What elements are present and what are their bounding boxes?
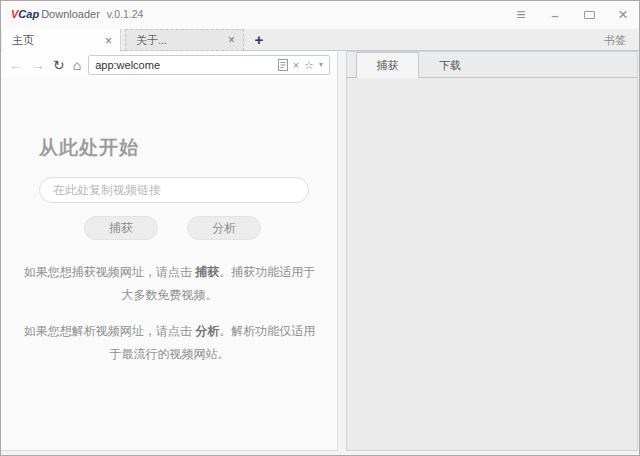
page-snapshot-icon[interactable] (278, 59, 288, 71)
video-link-input[interactable] (39, 177, 309, 203)
url-field[interactable]: × ☆ ▾ (88, 55, 330, 75)
tab-home-label: 主页 (12, 33, 105, 48)
tab-about-close-icon[interactable]: × (228, 33, 235, 47)
tab-downloads[interactable]: 下载 (420, 53, 480, 78)
bookmarks-button[interactable]: 书签 (604, 29, 626, 51)
menu-icon[interactable]: ≡ (510, 1, 532, 29)
browser-tab-strip: 主页 × 关于... × + 书签 (1, 29, 639, 51)
tab-about-label: 关于... (136, 33, 228, 48)
bookmark-star-icon[interactable]: ☆ (304, 60, 314, 71)
analyze-button[interactable]: 分析 (187, 216, 261, 240)
page-title: 从此处开始 (39, 135, 139, 161)
url-dropdown-icon[interactable]: ▾ (319, 61, 323, 69)
tab-about[interactable]: 关于... × (125, 29, 244, 51)
maximize-icon[interactable] (578, 1, 600, 29)
capture-button[interactable]: 捕获 (84, 216, 158, 240)
welcome-page: 从此处开始 捕获 分析 如果您想捕获视频网址，请点击 捕获。捕获功能适用于大多数… (1, 79, 338, 451)
back-icon[interactable]: ← (9, 58, 23, 72)
window-controls: ≡ – × (498, 1, 634, 29)
new-tab-button[interactable]: + (251, 29, 267, 51)
tab-home-close-icon[interactable]: × (105, 34, 112, 48)
help-paragraph-capture: 如果您想捕获视频网址，请点击 捕获。捕获功能适用于大多数免费视频。 (18, 261, 321, 307)
refresh-icon[interactable]: ↻ (53, 58, 65, 72)
url-input[interactable] (95, 59, 272, 71)
app-window: VCapDownloaderv.0.1.24 ≡ – × 主页 × 关于... … (0, 0, 640, 456)
forward-icon[interactable]: → (31, 58, 45, 72)
app-logo: VCapDownloaderv.0.1.24 (11, 8, 143, 21)
side-panel-tabbar: 捕获 下载 (347, 52, 637, 78)
address-bar: ← → ↻ ⌂ × ☆ ▾ (1, 51, 338, 79)
tab-capture[interactable]: 捕获 (356, 52, 419, 78)
help-text: 如果您想捕获视频网址，请点击 捕获。捕获功能适用于大多数免费视频。 如果您想解析… (18, 261, 321, 379)
home-icon[interactable]: ⌂ (73, 58, 81, 72)
stop-icon[interactable]: × (293, 60, 299, 71)
app-name: Downloader (41, 8, 100, 20)
app-version: v.0.1.24 (107, 8, 144, 20)
title-bar: VCapDownloaderv.0.1.24 ≡ – × (1, 1, 639, 29)
close-icon[interactable]: × (612, 1, 634, 29)
side-panel: 捕获 下载 (346, 51, 638, 451)
help-paragraph-analyze: 如果您想解析视频网址，请点击 分析。解析功能仅适用于最流行的视频网站。 (18, 320, 321, 366)
logo-cap: Cap (18, 8, 39, 20)
minimize-icon[interactable]: – (544, 1, 566, 29)
tab-home[interactable]: 主页 × (2, 29, 121, 52)
